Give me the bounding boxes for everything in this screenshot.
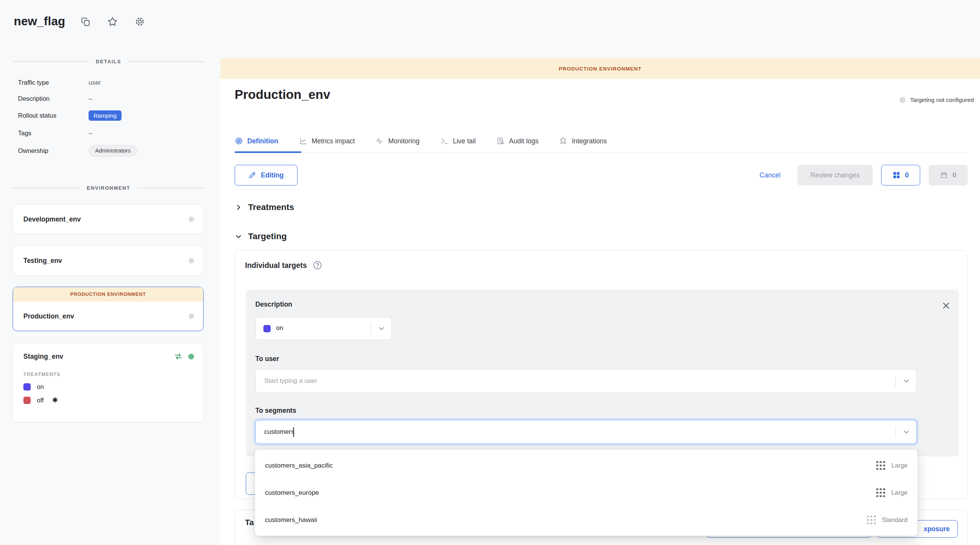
environment-heading: ENVIRONMENT <box>87 185 130 191</box>
treatment-select-value: on <box>276 324 283 332</box>
editing-button[interactable]: Editing <box>235 165 298 185</box>
treatment-color-on <box>23 383 31 391</box>
tab-live-tail[interactable]: Live tail <box>440 137 475 145</box>
detail-row-rollout-status: Rollout status Ramping <box>18 110 122 121</box>
environment-divider: ENVIRONMENT <box>13 185 204 191</box>
env-card-production[interactable]: PRODUCTION ENVIRONMENT Production_env <box>13 287 204 331</box>
copy-icon[interactable] <box>81 16 91 27</box>
details-heading: DETAILS <box>96 59 121 64</box>
segments-dropdown: customers_asia_pacific Large customers_e… <box>255 450 918 536</box>
to-user-field <box>255 369 917 393</box>
audit-log-icon <box>497 137 505 145</box>
tab-monitoring[interactable]: Monitoring <box>375 137 419 145</box>
page: new_flag DETAILS Traffic type user Descr… <box>0 0 980 545</box>
chevron-right-icon <box>235 204 242 211</box>
env-status-dot <box>189 217 194 222</box>
scheduled-changes-counter-button[interactable]: 0 <box>929 165 968 185</box>
treatment-color-swatch <box>263 325 271 332</box>
tab-definition[interactable]: Definition <box>235 137 278 145</box>
segment-option-asia-pacific[interactable]: customers_asia_pacific Large <box>255 452 918 479</box>
ownership-pill[interactable]: Administrators <box>89 145 137 157</box>
segment-large-icon <box>876 461 885 470</box>
active-tab-underline <box>235 151 301 153</box>
treatments-heading: TREATMENTS <box>23 372 194 377</box>
flag-title: new_flag <box>14 15 65 28</box>
tab-integrations[interactable]: Integrations <box>559 137 607 145</box>
detail-row-traffic-type: Traffic type user <box>18 79 101 86</box>
targeting-status: Targeting not configured <box>899 97 974 103</box>
cancel-button[interactable]: Cancel <box>760 171 780 179</box>
chevron-down-icon <box>235 233 242 240</box>
grid-icon <box>893 171 900 179</box>
env-status-dot <box>189 314 194 319</box>
detail-row-description: Description – <box>18 95 92 102</box>
pencil-icon <box>248 171 256 179</box>
review-changes-button[interactable]: Review changes <box>797 165 873 185</box>
to-segments-label: To segments <box>255 407 296 415</box>
favorite-star-icon[interactable] <box>107 16 118 27</box>
env-status-dot <box>189 258 194 263</box>
close-icon[interactable] <box>942 301 950 310</box>
treatments-section-header[interactable]: Treatments <box>235 202 294 212</box>
description-label: Description <box>255 300 292 309</box>
segment-option-hawaii[interactable]: customers_hawaii Standard <box>255 506 918 534</box>
help-icon[interactable] <box>312 260 322 270</box>
definition-target-icon <box>235 137 243 145</box>
to-user-label: To user <box>255 355 279 363</box>
tabs-divider <box>235 153 968 153</box>
chevron-down-icon[interactable] <box>903 428 910 436</box>
individual-targets-title: Individual targets <box>245 261 307 270</box>
tab-metrics-impact[interactable]: Metrics impact <box>299 137 355 145</box>
details-divider: DETAILS <box>13 59 204 64</box>
text-caret <box>293 427 294 437</box>
chevron-down-icon[interactable] <box>903 377 910 385</box>
production-env-card-banner: PRODUCTION ENVIRONMENT <box>13 287 203 302</box>
gear-icon[interactable] <box>134 16 145 27</box>
transfer-arrows-icon <box>174 352 183 361</box>
segment-large-icon <box>876 488 885 497</box>
detail-row-ownership: Ownership Administrators <box>18 145 137 157</box>
env-status-dot-active <box>188 354 194 360</box>
env-card-staging[interactable]: Staging_env TREATMENTS on off ✱ <box>13 343 204 422</box>
env-card-testing[interactable]: Testing_env <box>13 246 204 276</box>
status-dot-icon <box>899 97 906 103</box>
production-environment-banner: PRODUCTION ENVIRONMENT <box>220 58 980 79</box>
env-card-development[interactable]: Development_env <box>13 204 204 234</box>
to-segments-field <box>255 420 917 444</box>
pending-changes-counter-button[interactable]: 0 <box>881 165 920 185</box>
segment-option-europe[interactable]: customers_europe Large <box>255 479 918 506</box>
treatment-select[interactable]: on <box>255 317 392 340</box>
monitoring-pulse-icon <box>375 137 384 145</box>
rollout-status-badge: Ramping <box>89 110 122 121</box>
treatment-color-off <box>23 397 31 404</box>
targeting-section-header[interactable]: Targeting <box>235 231 287 241</box>
segment-standard-icon <box>867 515 876 525</box>
to-segments-input[interactable] <box>263 420 890 443</box>
default-treatment-icon: ✱ <box>52 396 58 404</box>
metrics-chart-icon <box>299 137 307 145</box>
chevron-down-icon <box>378 325 385 332</box>
calendar-icon <box>940 171 948 179</box>
terminal-icon <box>440 137 449 145</box>
lower-card-heading: Ta <box>245 518 254 527</box>
to-user-input[interactable] <box>263 369 890 392</box>
detail-row-tags: Tags – <box>18 130 92 137</box>
tab-audit-logs[interactable]: Audit logs <box>497 137 539 145</box>
puzzle-icon <box>559 137 567 145</box>
environment-title: Production_env <box>235 87 330 102</box>
target-rule-panel: Description on To user To segments <box>246 290 959 456</box>
